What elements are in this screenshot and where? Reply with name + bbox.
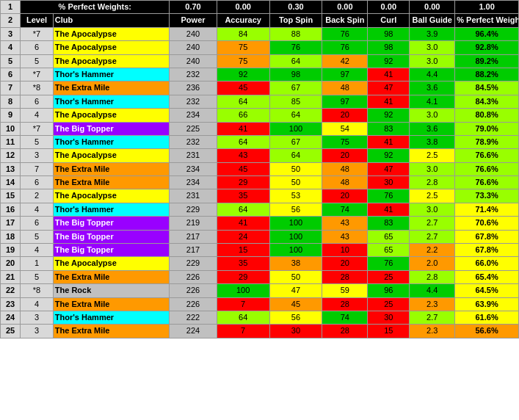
curl-cell: 92 [368, 149, 410, 162]
level-cell: 4 [21, 244, 54, 257]
backspin-cell: 74 [322, 311, 368, 324]
curl-cell: 98 [368, 41, 410, 54]
ballguide-cell: 2.8 [410, 270, 455, 283]
accuracy-cell: 41 [217, 122, 269, 135]
power-cell: 232 [170, 95, 217, 108]
main-container: 1 % Perfect Weights: 0.70 0.00 0.30 0.00… [0, 0, 519, 338]
club-cell: The Apocalypse [53, 41, 170, 54]
curl-cell: 30 [368, 176, 410, 189]
level-cell: 6 [21, 176, 54, 189]
power-cell: 229 [170, 203, 217, 216]
row-num: 8 [1, 95, 21, 108]
perfect-cell: 76.6% [455, 149, 519, 162]
row-num: 25 [1, 325, 21, 338]
power-header: Power [170, 14, 217, 27]
perfect-cell: 80.8% [455, 109, 519, 122]
level-cell: *8 [21, 82, 54, 95]
backspin-cell: 97 [322, 95, 368, 108]
club-cell: The Apocalypse [53, 27, 170, 40]
row-num: 19 [1, 244, 21, 257]
row-num: 20 [1, 257, 21, 270]
ballguide-cell: 2.7 [410, 311, 455, 324]
perfect-cell: 78.9% [455, 135, 519, 148]
accuracy-cell: 75 [217, 41, 269, 54]
curl-cell: 47 [368, 162, 410, 175]
club-cell: Thor's Hammer [53, 68, 170, 81]
power-cell: 226 [170, 297, 217, 311]
curl-cell: 83 [368, 122, 410, 135]
club-cell: Thor's Hammer [53, 95, 170, 108]
curl-cell: 92 [368, 109, 410, 122]
row-num: 14 [1, 176, 21, 189]
topspin-cell: 88 [269, 27, 322, 40]
level-cell: 5 [21, 54, 54, 68]
ballguide-cell: 4.4 [410, 68, 455, 81]
accuracy-cell: 100 [217, 284, 269, 297]
club-cell: The Big Topper [53, 217, 170, 230]
backspin-cell: 48 [322, 82, 368, 95]
power-cell: 231 [170, 149, 217, 162]
ballguide-cell: 3.9 [410, 27, 455, 40]
ballguide-cell: 4.1 [410, 95, 455, 108]
level-cell: 6 [21, 217, 54, 230]
club-cell: Thor's Hammer [53, 311, 170, 324]
ballguide-cell: 2.7 [410, 230, 455, 243]
topspin-cell: 53 [269, 189, 322, 203]
backspin-weight: 0.00 [322, 1, 368, 14]
curl-cell: 98 [368, 27, 410, 40]
topspin-weight: 0.30 [269, 1, 322, 14]
topspin-cell: 56 [269, 203, 322, 216]
topspin-cell: 67 [269, 82, 322, 95]
topspin-cell: 50 [269, 176, 322, 189]
power-cell: 240 [170, 27, 217, 40]
accuracy-cell: 24 [217, 230, 269, 243]
accuracy-cell: 75 [217, 54, 269, 68]
perfect-cell: 61.6% [455, 311, 519, 324]
level-cell: 7 [21, 162, 54, 175]
curl-cell: 65 [368, 244, 410, 257]
backspin-cell: 48 [322, 176, 368, 189]
backspin-cell: 54 [322, 122, 368, 135]
ballguide-cell: 4.4 [410, 284, 455, 297]
level-cell: 5 [21, 230, 54, 243]
club-cell: Thor's Hammer [53, 203, 170, 216]
curl-weight: 0.00 [368, 1, 410, 14]
curl-header: Curl [368, 14, 410, 27]
perfect-cell: 67.8% [455, 244, 519, 257]
table-row: 6 *7 Thor's Hammer 232 92 98 97 41 4.4 8… [1, 68, 519, 81]
level-header: Level [21, 14, 54, 27]
ballguide-cell: 3.8 [410, 135, 455, 148]
club-cell: The Apocalypse [53, 109, 170, 122]
ballguide-cell: 3.6 [410, 82, 455, 95]
ballguide-cell: 2.5 [410, 189, 455, 203]
level-cell: 2 [21, 189, 54, 203]
topspin-cell: 64 [269, 54, 322, 68]
table-row: 18 5 The Big Topper 217 24 100 43 65 2.7… [1, 230, 519, 243]
power-cell: 219 [170, 217, 217, 230]
rankings-table: 1 % Perfect Weights: 0.70 0.00 0.30 0.00… [0, 0, 519, 338]
table-row: 3 *7 The Apocalypse 240 84 88 76 98 3.9 … [1, 27, 519, 40]
power-cell: 226 [170, 284, 217, 297]
level-cell: 5 [21, 270, 54, 283]
level-cell: 4 [21, 203, 54, 216]
curl-cell: 76 [368, 189, 410, 203]
accuracy-weight: 0.00 [217, 1, 269, 14]
curl-cell: 25 [368, 297, 410, 311]
row-num: 15 [1, 189, 21, 203]
topspin-cell: 85 [269, 95, 322, 108]
row-num: 11 [1, 135, 21, 148]
backspin-cell: 74 [322, 203, 368, 216]
row-num: 16 [1, 203, 21, 216]
topspin-cell: 100 [269, 230, 322, 243]
power-cell: 232 [170, 135, 217, 148]
table-row: 12 3 The Apocalypse 231 43 64 20 92 2.5 … [1, 149, 519, 162]
row-num: 4 [1, 41, 21, 54]
table-row: 7 *8 The Extra Mile 236 45 67 48 47 3.6 … [1, 82, 519, 95]
curl-cell: 15 [368, 325, 410, 338]
power-cell: 234 [170, 176, 217, 189]
accuracy-cell: 64 [217, 203, 269, 216]
row-num: 24 [1, 311, 21, 324]
table-row: 13 7 The Extra Mile 234 45 50 48 47 3.0 … [1, 162, 519, 175]
backspin-cell: 48 [322, 162, 368, 175]
perfect-cell: 73.3% [455, 189, 519, 203]
